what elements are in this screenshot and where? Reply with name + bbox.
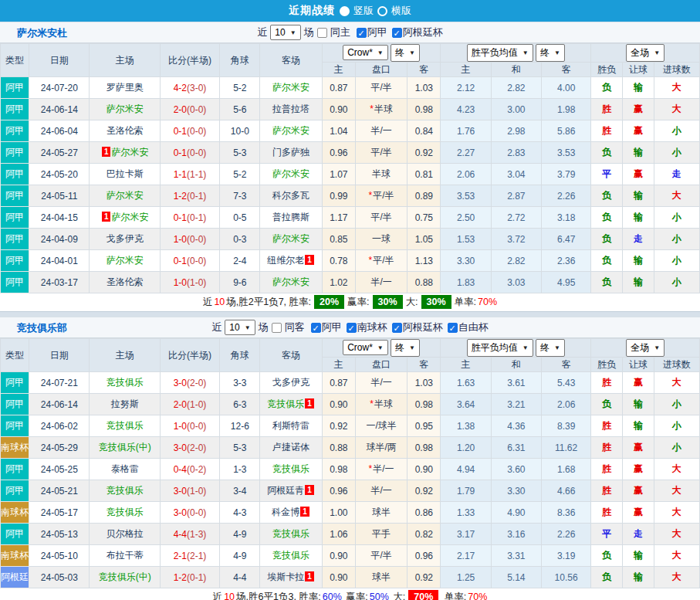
- result-outcome: 胜: [591, 372, 623, 394]
- select-value: 终: [395, 341, 404, 354]
- same-venue-checkbox[interactable]: [317, 28, 327, 38]
- euro-home-odds: 1.33: [441, 502, 491, 524]
- chevron-down-icon: ▼: [409, 344, 415, 351]
- league-filter-checkbox[interactable]: ✓: [448, 323, 458, 333]
- league-filter-checkbox[interactable]: ✓: [347, 323, 357, 333]
- scope-select[interactable]: 全场▼: [626, 339, 664, 357]
- match-row: 阿甲24-04-09戈多伊克1-0(0-0)0-3萨尔米安0.85一球1.051…: [1, 229, 700, 250]
- col-away: 客场: [260, 44, 322, 77]
- away-team: 竞技俱乐: [260, 459, 322, 480]
- asian-home-odds: 1.06: [322, 524, 355, 545]
- league-badge: 阿甲: [1, 459, 29, 480]
- league-badge: 阿甲: [1, 394, 29, 415]
- team-name: 萨尔米安: [272, 82, 309, 93]
- league-filter-label: 自由杯: [458, 320, 489, 334]
- col-outcome: 胜负: [591, 358, 623, 372]
- match-row: 阿甲24-04-01萨尔米安0-1(0-0)2-4纽维尔老10.78*平/半1.…: [1, 250, 700, 272]
- corner-score: 7-3: [220, 185, 260, 207]
- select-value: Crow*: [347, 342, 373, 353]
- euro-away-odds: 4.95: [541, 272, 590, 293]
- league-filter-checkbox[interactable]: ✓: [311, 323, 321, 333]
- handicap-line: *半球: [355, 99, 407, 120]
- bookmaker-select[interactable]: Crow*▼: [343, 340, 388, 355]
- asian-home-odds: 0.90: [322, 567, 355, 588]
- home-team: 圣洛伦索: [90, 120, 160, 142]
- euro-draw-odds: 3.00: [491, 99, 541, 120]
- away-team: 拉普拉塔: [260, 99, 322, 120]
- col-home: 主场: [90, 44, 160, 77]
- league-badge: 南球杯: [1, 437, 29, 459]
- team-name: 竞技俱乐1: [267, 398, 315, 409]
- match-score: 0-1(0-0): [160, 120, 219, 142]
- scope-controls: 全场▼: [591, 44, 700, 63]
- team-name: 萨尔米安: [107, 255, 144, 266]
- match-date: 24-04-15: [29, 207, 90, 229]
- match-row: 阿根廷杯24-05-03竞技俱乐(中)1-2(0-1)4-4埃斯卡拉10.90球…: [1, 567, 700, 588]
- team-name: 竞技俱乐: [272, 550, 309, 561]
- topbar: 近期战绩 竖版 横版: [0, 0, 700, 22]
- euro-state-select[interactable]: 终▼: [536, 44, 565, 62]
- bookmaker-select[interactable]: Crow*▼: [343, 45, 388, 60]
- section-header: 萨尔米安杜 近 10▼ 场 同主 ✓阿甲✓阿根廷杯: [0, 22, 700, 43]
- chevron-down-icon: ▼: [522, 49, 529, 56]
- euro-state-select[interactable]: 终▼: [536, 339, 565, 357]
- euro-home-odds: 3.17: [441, 524, 491, 545]
- select-value: 胜平负均值: [472, 341, 518, 354]
- euro-draw-odds: 3.61: [491, 372, 541, 394]
- team-name: 科金博1: [272, 507, 310, 517]
- result-goals: 小: [654, 437, 699, 459]
- league-filter-checkbox[interactable]: ✓: [392, 323, 402, 333]
- match-score: 3-0(2-0): [160, 437, 219, 459]
- euro-odds-select[interactable]: 胜平负均值▼: [467, 44, 533, 62]
- league-filters: ✓阿甲✓阿根廷杯: [353, 25, 443, 39]
- euro-home-odds: 3.53: [441, 185, 491, 207]
- col-score: 比分(半场): [160, 44, 219, 77]
- result-handicap: 输: [623, 185, 654, 207]
- match-count-select[interactable]: 10▼: [225, 320, 255, 335]
- league-filter-checkbox[interactable]: ✓: [392, 28, 402, 38]
- handicap-count-badge: 1: [102, 147, 111, 157]
- corner-score: 5-2: [220, 164, 260, 185]
- league-filter-item: ✓阿根廷杯: [392, 25, 443, 39]
- league-badge: 阿甲: [1, 415, 29, 437]
- euro-draw-odds: 4.36: [491, 415, 541, 437]
- euro-home-odds: 1.38: [441, 415, 491, 437]
- team-name: 卢捷诺体: [272, 442, 309, 453]
- match-date: 24-06-14: [29, 99, 90, 120]
- bookmaker-state-select[interactable]: 终▼: [391, 339, 420, 357]
- col-euro-away: 客: [541, 63, 590, 77]
- match-date: 24-05-17: [29, 502, 90, 524]
- corner-score: 5-3: [220, 142, 260, 164]
- summary-segment: 场,胜6平1负3, 胜率:: [236, 592, 321, 600]
- same-venue-checkbox[interactable]: [272, 323, 282, 333]
- team-name: 泰格雷: [111, 463, 139, 474]
- asian-home-odds: 0.87: [322, 372, 355, 394]
- team-name: 竞技俱乐: [272, 463, 309, 474]
- scope-select[interactable]: 全场▼: [626, 44, 664, 62]
- team-name: 萨尔米安: [272, 276, 309, 287]
- matches-table: 类型 日期 主场 比分(半场) 角球 客场 Crow*▼ 终▼ 胜平负均值▼ 终…: [0, 43, 700, 293]
- league-badge: 阿甲: [1, 120, 29, 142]
- corner-score: 5-3: [220, 437, 260, 459]
- handicap-line: 一球: [355, 229, 407, 250]
- match-count-select[interactable]: 10▼: [270, 25, 300, 40]
- euro-home-odds: 2.50: [441, 207, 491, 229]
- euro-odds-select[interactable]: 胜平负均值▼: [467, 339, 533, 357]
- league-filter-checkbox[interactable]: ✓: [357, 28, 367, 38]
- league-badge: 阿甲: [1, 207, 29, 229]
- away-team: 竞技俱乐1: [260, 394, 322, 415]
- summary-segment: 场,胜2平1负7, 胜率:: [226, 297, 311, 307]
- chevron-down-icon: ▼: [377, 344, 384, 351]
- match-row: 阿甲24-05-11萨尔米安1-2(0-1)7-3科尔多瓦0.99*平/半0.8…: [1, 185, 700, 207]
- match-row: 南球杯24-05-10布拉干蒂2-1(2-1)4-9竞技俱乐0.90平/半0.9…: [1, 545, 700, 567]
- summary-segment: 70%: [478, 297, 497, 307]
- star-marker: *: [370, 103, 374, 114]
- col-goals: 进球数: [654, 63, 699, 77]
- euro-home-odds: 1.79: [441, 480, 491, 502]
- bookmaker-state-select[interactable]: 终▼: [391, 44, 420, 62]
- col-score: 比分(半场): [160, 339, 219, 372]
- layout-radio-vertical[interactable]: [340, 6, 350, 16]
- handicap-count-badge: 1: [305, 571, 314, 581]
- layout-radio-horizontal[interactable]: [377, 6, 387, 16]
- match-date: 24-07-20: [29, 77, 90, 99]
